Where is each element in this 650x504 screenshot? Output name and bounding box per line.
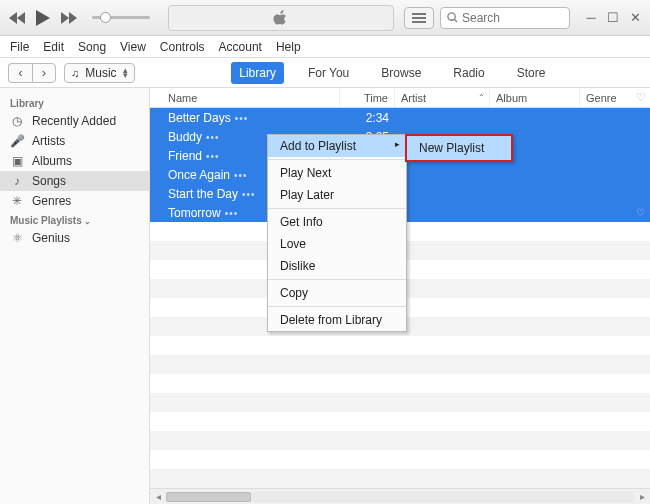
- column-headers: Name Time Artist⌃ Album Genre ♡: [150, 88, 650, 108]
- maximize-button[interactable]: ☐: [606, 11, 620, 25]
- forward-button[interactable]: ›: [32, 63, 56, 83]
- ctx-add-to-playlist[interactable]: Add to Playlist ▸: [268, 135, 406, 157]
- chevron-right-icon: ▸: [395, 139, 400, 149]
- sidebar-item-songs[interactable]: ♪ Songs: [0, 171, 149, 191]
- menu-view[interactable]: View: [120, 40, 146, 54]
- menu-account[interactable]: Account: [219, 40, 262, 54]
- tab-store[interactable]: Store: [509, 62, 554, 84]
- chevron-down-icon: ⌄: [84, 217, 91, 226]
- ctx-new-playlist[interactable]: New Playlist: [407, 136, 511, 160]
- nav-arrows: ‹ ›: [8, 63, 56, 83]
- genre-icon: ✳: [10, 194, 24, 208]
- more-icon[interactable]: •••: [235, 113, 249, 124]
- scroll-thumb[interactable]: [166, 492, 251, 502]
- close-button[interactable]: ✕: [628, 11, 642, 25]
- col-heart[interactable]: ♡: [630, 88, 650, 107]
- chevron-updown-icon: ▴▾: [123, 68, 128, 78]
- note-icon: ♪: [10, 174, 24, 188]
- list-view-button[interactable]: [404, 7, 434, 29]
- ctx-dislike[interactable]: Dislike: [268, 255, 406, 277]
- right-controls: [404, 7, 576, 29]
- song-row[interactable]: Better Days••• 2:34: [150, 108, 650, 127]
- tab-radio[interactable]: Radio: [445, 62, 492, 84]
- search-input[interactable]: [462, 11, 557, 25]
- search-icon: [447, 12, 458, 23]
- ctx-play-next[interactable]: Play Next: [268, 162, 406, 184]
- mic-icon: 🎤: [10, 134, 24, 148]
- empty-row: [150, 469, 650, 488]
- col-artist[interactable]: Artist⌃: [395, 88, 490, 107]
- sidebar-item-label: Recently Added: [32, 114, 116, 128]
- sidebar: Library ◷ Recently Added 🎤 Artists ▣ Alb…: [0, 88, 150, 504]
- svg-point-0: [448, 13, 455, 20]
- menu-bar: File Edit Song View Controls Account Hel…: [0, 36, 650, 58]
- sidebar-item-genius[interactable]: ⚛ Genius: [0, 228, 149, 248]
- tab-browse[interactable]: Browse: [373, 62, 429, 84]
- toolbar: ‹ › ♫ Music ▴▾ Library For You Browse Ra…: [0, 58, 650, 88]
- empty-row: [150, 355, 650, 374]
- col-genre[interactable]: Genre: [580, 88, 630, 107]
- empty-row: [150, 412, 650, 431]
- tab-library[interactable]: Library: [231, 62, 284, 84]
- empty-row: [150, 393, 650, 412]
- next-button[interactable]: [60, 9, 78, 27]
- tab-for-you[interactable]: For You: [300, 62, 357, 84]
- svg-line-1: [454, 19, 457, 22]
- lcd-display: [168, 5, 394, 31]
- col-album[interactable]: Album: [490, 88, 580, 107]
- sort-arrow-icon: ⌃: [478, 93, 485, 102]
- sidebar-item-albums[interactable]: ▣ Albums: [0, 151, 149, 171]
- ctx-love[interactable]: Love: [268, 233, 406, 255]
- empty-row: [150, 374, 650, 393]
- more-icon[interactable]: •••: [242, 189, 256, 200]
- sidebar-item-genres[interactable]: ✳ Genres: [0, 191, 149, 211]
- menu-file[interactable]: File: [10, 40, 29, 54]
- col-name[interactable]: Name: [150, 88, 340, 107]
- empty-row: [150, 431, 650, 450]
- sidebar-item-recently-added[interactable]: ◷ Recently Added: [0, 111, 149, 131]
- menu-edit[interactable]: Edit: [43, 40, 64, 54]
- ctx-play-later[interactable]: Play Later: [268, 184, 406, 206]
- scroll-right-icon[interactable]: ▸: [634, 491, 650, 502]
- more-icon[interactable]: •••: [206, 132, 220, 143]
- music-note-icon: ♫: [71, 67, 79, 79]
- horizontal-scrollbar[interactable]: ◂ ▸: [150, 488, 650, 504]
- source-label: Music: [85, 66, 116, 80]
- more-icon[interactable]: •••: [206, 151, 220, 162]
- minimize-button[interactable]: ─: [584, 11, 598, 25]
- sidebar-item-label: Artists: [32, 134, 65, 148]
- col-time[interactable]: Time: [340, 88, 395, 107]
- more-icon[interactable]: •••: [234, 170, 248, 181]
- nav-tabs: Library For You Browse Radio Store: [135, 62, 650, 84]
- context-menu: Add to Playlist ▸ Play Next Play Later G…: [267, 134, 407, 332]
- separator: [268, 306, 406, 307]
- context-submenu: New Playlist: [405, 134, 513, 162]
- ctx-get-info[interactable]: Get Info: [268, 211, 406, 233]
- separator: [268, 159, 406, 160]
- sidebar-heading-library: Library: [0, 94, 149, 111]
- play-button[interactable]: [34, 9, 52, 27]
- heart-icon[interactable]: ♡: [630, 207, 650, 218]
- sidebar-item-label: Genius: [32, 231, 70, 245]
- sidebar-heading-playlists[interactable]: Music Playlists⌄: [0, 211, 149, 228]
- ctx-delete[interactable]: Delete from Library: [268, 309, 406, 331]
- menu-song[interactable]: Song: [78, 40, 106, 54]
- search-field[interactable]: [440, 7, 570, 29]
- title-bar: ─ ☐ ✕: [0, 0, 650, 36]
- source-selector[interactable]: ♫ Music ▴▾: [64, 63, 135, 83]
- sidebar-item-label: Songs: [32, 174, 66, 188]
- prev-button[interactable]: [8, 9, 26, 27]
- more-icon[interactable]: •••: [225, 208, 239, 219]
- apple-icon: [273, 9, 289, 27]
- scroll-left-icon[interactable]: ◂: [150, 491, 166, 502]
- genius-icon: ⚛: [10, 231, 24, 245]
- sidebar-item-label: Genres: [32, 194, 71, 208]
- volume-slider[interactable]: [92, 16, 150, 19]
- back-button[interactable]: ‹: [8, 63, 32, 83]
- menu-controls[interactable]: Controls: [160, 40, 205, 54]
- empty-row: [150, 336, 650, 355]
- sidebar-item-artists[interactable]: 🎤 Artists: [0, 131, 149, 151]
- menu-help[interactable]: Help: [276, 40, 301, 54]
- sidebar-item-label: Albums: [32, 154, 72, 168]
- ctx-copy[interactable]: Copy: [268, 282, 406, 304]
